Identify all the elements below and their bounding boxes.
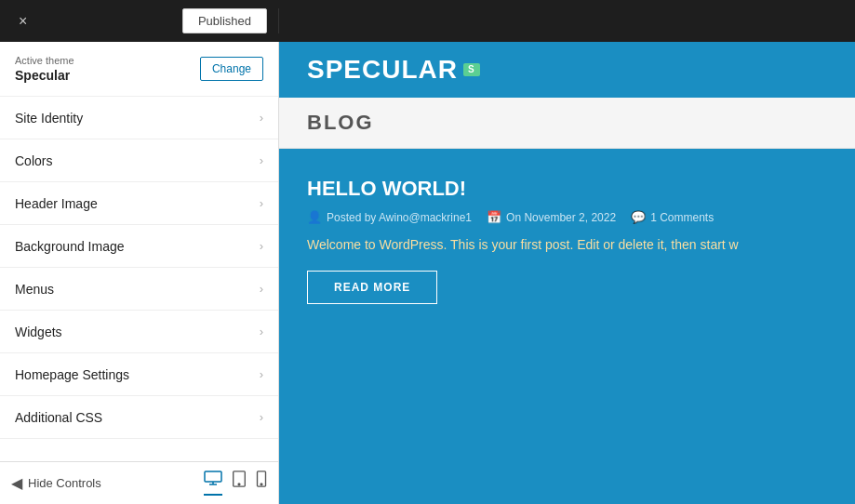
chevron-right-icon: › xyxy=(260,282,263,296)
meta-date: 📅 On November 2, 2022 xyxy=(487,210,616,224)
nav-item-label: Homepage Settings xyxy=(15,367,129,382)
author-text: Posted by Awino@mackrine1 xyxy=(327,211,472,224)
date-text: On November 2, 2022 xyxy=(506,211,616,224)
post-excerpt: Welcome to WordPress. This is your first… xyxy=(307,237,819,252)
post-title: HELLO WORLD! xyxy=(307,177,827,201)
top-bar-left: × Published xyxy=(0,8,279,33)
sidebar-item-menus[interactable]: Menus › xyxy=(0,268,278,311)
sidebar-item-header-image[interactable]: Header Image › xyxy=(0,182,278,225)
tablet-icon[interactable] xyxy=(232,471,247,496)
author-icon: 👤 xyxy=(307,210,322,224)
hide-controls-button[interactable]: ◀ Hide Controls xyxy=(11,474,101,492)
chevron-right-icon: › xyxy=(260,111,263,125)
date-icon: 📅 xyxy=(487,210,501,224)
arrow-left-icon: ◀ xyxy=(11,474,22,492)
nav-item-label: Site Identity xyxy=(15,111,83,126)
active-theme-label: Active theme xyxy=(15,55,74,66)
svg-point-4 xyxy=(238,484,240,485)
meta-comments: 💬 1 Comments xyxy=(631,210,714,224)
chevron-right-icon: › xyxy=(260,367,263,381)
page-title: BLOG xyxy=(307,111,827,135)
sidebar-item-colors[interactable]: Colors › xyxy=(0,139,278,182)
content-area: HELLO WORLD! 👤 Posted by Awino@mackrine1… xyxy=(279,149,855,504)
chevron-right-icon: › xyxy=(260,196,263,210)
sidebar-item-background-image[interactable]: Background Image › xyxy=(0,225,278,268)
top-bar: × Published xyxy=(0,0,855,42)
comments-text: 1 Comments xyxy=(650,211,714,224)
post-meta: 👤 Posted by Awino@mackrine1 📅 On Novembe… xyxy=(307,210,827,224)
read-more-button[interactable]: READ MORE xyxy=(307,271,437,304)
mobile-icon[interactable] xyxy=(256,471,267,496)
desktop-icon[interactable] xyxy=(204,471,222,496)
page-title-bar: BLOG xyxy=(279,98,855,149)
nav-item-label: Colors xyxy=(15,153,52,168)
sidebar-item-additional-css[interactable]: Additional CSS › xyxy=(0,396,278,439)
hide-controls-label: Hide Controls xyxy=(28,476,101,490)
preview-area: SPECULAR S BLOG HELLO WORLD! 👤 Posted by… xyxy=(279,42,855,504)
nav-item-label: Menus xyxy=(15,282,54,297)
active-theme-section: Active theme Specular Change xyxy=(0,42,278,97)
sidebar-item-site-identity[interactable]: Site Identity › xyxy=(0,97,278,139)
site-title: SPECULAR S xyxy=(307,55,827,85)
site-header: SPECULAR S xyxy=(279,42,855,98)
active-theme-name: Specular xyxy=(15,68,74,83)
shopify-badge: S xyxy=(463,63,480,76)
nav-item-label: Background Image xyxy=(15,239,125,254)
nav-item-label: Additional CSS xyxy=(15,410,102,425)
close-button[interactable]: × xyxy=(11,9,34,33)
svg-point-6 xyxy=(261,484,262,485)
site-title-text: SPECULAR xyxy=(307,55,458,85)
sidebar-item-homepage-settings[interactable]: Homepage Settings › xyxy=(0,353,278,396)
nav-item-label: Header Image xyxy=(15,196,98,211)
svg-rect-0 xyxy=(205,471,221,482)
chevron-right-icon: › xyxy=(260,153,263,167)
comment-icon: 💬 xyxy=(631,210,646,224)
chevron-right-icon: › xyxy=(260,410,263,424)
meta-author: 👤 Posted by Awino@mackrine1 xyxy=(307,210,472,224)
published-button[interactable]: Published xyxy=(182,8,267,33)
change-theme-button[interactable]: Change xyxy=(200,57,263,81)
device-icons-group xyxy=(204,471,267,496)
sidebar-bottom: ◀ Hide Controls xyxy=(0,461,278,504)
nav-item-label: Widgets xyxy=(15,325,62,339)
chevron-right-icon: › xyxy=(260,239,263,253)
sidebar-scroll: Active theme Specular Change Site Identi… xyxy=(0,42,278,461)
active-theme-info: Active theme Specular xyxy=(15,55,74,83)
chevron-right-icon: › xyxy=(260,325,263,338)
sidebar: Active theme Specular Change Site Identi… xyxy=(0,42,279,504)
sidebar-item-widgets[interactable]: Widgets › xyxy=(0,311,278,353)
main-layout: Active theme Specular Change Site Identi… xyxy=(0,42,855,504)
